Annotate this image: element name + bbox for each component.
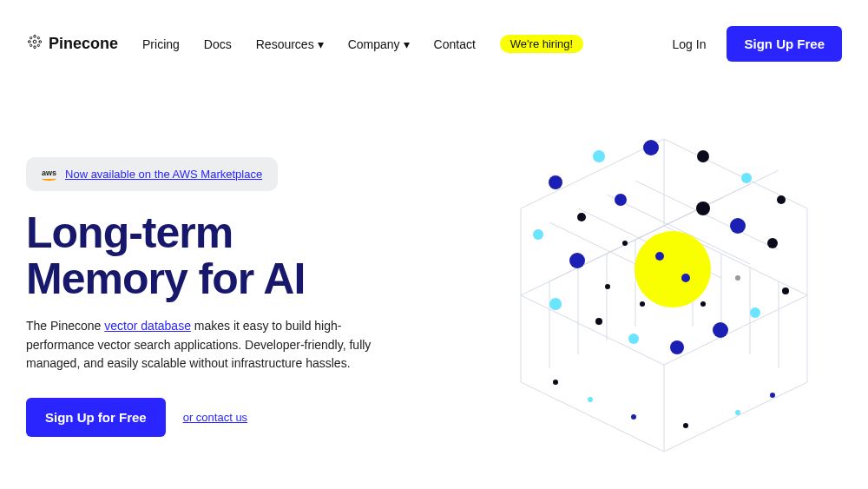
- svg-point-6: [37, 37, 39, 39]
- svg-point-55: [631, 414, 636, 420]
- brand-logo[interactable]: Pinecone: [26, 33, 118, 55]
- svg-point-4: [39, 41, 42, 43]
- header: Pinecone Pricing Docs Resources ▾ Compan…: [0, 0, 868, 62]
- svg-point-45: [628, 334, 639, 344]
- svg-point-36: [569, 253, 585, 268]
- svg-point-31: [741, 173, 752, 183]
- svg-point-34: [577, 213, 586, 221]
- chevron-down-icon: ▾: [318, 37, 324, 51]
- svg-point-8: [37, 44, 39, 46]
- brand-name: Pinecone: [49, 35, 118, 53]
- svg-point-42: [681, 274, 690, 282]
- svg-point-47: [713, 322, 728, 338]
- signup-button[interactable]: Sign Up Free: [727, 26, 842, 62]
- nav-resources-label: Resources: [256, 37, 314, 51]
- svg-point-30: [697, 150, 709, 162]
- svg-point-28: [593, 150, 605, 162]
- svg-point-39: [730, 218, 746, 234]
- svg-point-7: [30, 44, 32, 46]
- svg-point-56: [683, 423, 688, 428]
- signup-free-button[interactable]: Sign Up for Free: [26, 398, 166, 437]
- hero-title-line2: Memory for AI: [26, 254, 305, 303]
- svg-point-5: [30, 37, 32, 39]
- login-link[interactable]: Log In: [673, 37, 707, 51]
- svg-point-27: [549, 175, 562, 189]
- svg-point-41: [655, 252, 664, 261]
- nav-hiring-badge[interactable]: We're hiring!: [500, 35, 583, 53]
- svg-point-53: [700, 301, 706, 307]
- svg-point-37: [622, 241, 628, 246]
- aws-icon: aws: [42, 169, 56, 181]
- svg-point-29: [643, 140, 659, 155]
- nav-docs[interactable]: Docs: [204, 37, 232, 51]
- pinecone-icon: [26, 33, 43, 55]
- nav-company-label: Company: [348, 37, 400, 51]
- svg-point-40: [767, 238, 778, 248]
- svg-point-1: [34, 35, 36, 37]
- chevron-down-icon: ▾: [404, 37, 410, 51]
- svg-point-54: [588, 397, 593, 402]
- svg-point-43: [549, 298, 562, 310]
- hero-title-line1: Long-term: [26, 208, 233, 257]
- main-nav: Pricing Docs Resources ▾ Company ▾ Conta…: [142, 35, 583, 53]
- svg-point-50: [735, 275, 740, 281]
- header-right: Log In Sign Up Free: [673, 26, 842, 62]
- hero-sub-before: The Pinecone: [26, 319, 104, 333]
- svg-point-46: [670, 340, 684, 354]
- hero-title: Long-term Memory for AI: [26, 210, 425, 301]
- svg-point-49: [782, 287, 789, 294]
- svg-point-59: [553, 380, 558, 385]
- svg-point-52: [640, 301, 645, 307]
- svg-point-26: [635, 231, 711, 307]
- svg-point-2: [34, 46, 36, 49]
- svg-point-35: [615, 194, 627, 206]
- svg-point-32: [777, 195, 786, 204]
- svg-point-0: [33, 40, 36, 43]
- hero-content: aws Now available on the AWS Marketplace…: [26, 157, 425, 437]
- svg-point-48: [750, 307, 760, 318]
- aws-badge-link[interactable]: Now available on the AWS Marketplace: [65, 168, 262, 181]
- nav-company[interactable]: Company ▾: [348, 37, 410, 51]
- contact-us-link[interactable]: or contact us: [183, 411, 247, 424]
- svg-point-38: [696, 202, 710, 215]
- svg-point-51: [605, 284, 610, 289]
- aws-badge[interactable]: aws Now available on the AWS Marketplace: [26, 157, 278, 191]
- nav-contact[interactable]: Contact: [434, 37, 476, 51]
- hero-subhead: The Pinecone vector database makes it ea…: [26, 317, 399, 373]
- svg-point-57: [735, 410, 740, 415]
- nav-pricing[interactable]: Pricing: [142, 37, 180, 51]
- vector-space-illustration: [477, 104, 851, 478]
- nav-resources[interactable]: Resources ▾: [256, 37, 324, 51]
- vector-database-link[interactable]: vector database: [104, 319, 191, 333]
- svg-point-33: [533, 229, 543, 240]
- svg-point-3: [28, 41, 30, 43]
- svg-point-58: [770, 393, 775, 398]
- cta-row: Sign Up for Free or contact us: [26, 398, 425, 437]
- svg-point-44: [595, 318, 602, 325]
